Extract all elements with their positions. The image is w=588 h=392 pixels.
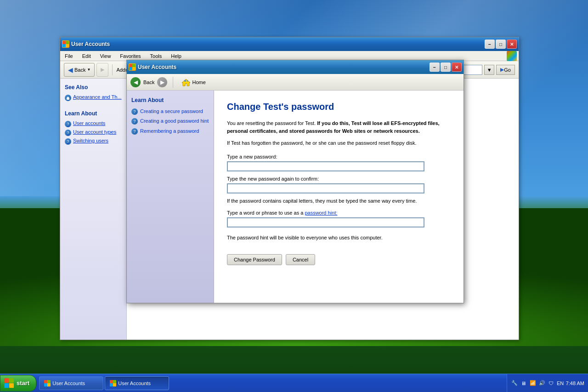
confirm-password-label: Type the new password again to confirm: xyxy=(227,176,451,182)
taskbar-items: User Accounts User Accounts xyxy=(39,374,506,392)
dialog-toolbar: ◀ Back ▶ Home xyxy=(127,74,464,91)
menu-edit[interactable]: Edit xyxy=(79,52,94,60)
creating-secure-link-icon: ? xyxy=(131,108,138,115)
dialog-window: User Accounts − □ ✕ ◀ Back ▶ Home xyxy=(126,60,464,303)
menu-tools[interactable]: Tools xyxy=(147,52,165,60)
ie-logo-icon xyxy=(507,51,517,61)
forward-arrow-icon: ▶ xyxy=(101,67,104,73)
taskbar-item-0[interactable]: User Accounts xyxy=(39,376,103,390)
creating-secure-link[interactable]: ? Creating a secure password xyxy=(131,108,209,115)
switching-users-link-label: Switching users xyxy=(73,138,108,143)
menu-favorites[interactable]: Favorites xyxy=(117,52,143,60)
learn-about-title: Learn About xyxy=(65,110,122,117)
close-button[interactable]: ✕ xyxy=(507,40,517,49)
taskbar-item-1[interactable]: User Accounts xyxy=(105,376,169,390)
learn-about-section: Learn About ? User accounts ? User accou… xyxy=(65,110,122,145)
back-label: Back xyxy=(74,67,85,73)
go-arrow-icon: ▶ xyxy=(500,67,504,73)
back-dropdown-icon[interactable]: ▼ xyxy=(87,68,90,72)
form-title: Change Test's password xyxy=(227,102,451,112)
minimize-button[interactable]: − xyxy=(485,40,495,49)
form-description: You are resetting the password for Test.… xyxy=(227,119,451,135)
user-accounts-link[interactable]: ? User accounts xyxy=(65,120,122,127)
remembering-link[interactable]: ? Remembering a password xyxy=(131,128,209,135)
main-window-title: User Accounts xyxy=(71,41,483,47)
dialog-minimize-button[interactable]: − xyxy=(430,62,440,72)
hint-label: Type a word or phrase to use as a passwo… xyxy=(227,210,451,216)
taskbar-time: 7:48 AM xyxy=(566,381,584,386)
taskbar-item-1-icon xyxy=(110,380,116,386)
start-button[interactable]: start xyxy=(0,375,36,392)
menu-view[interactable]: View xyxy=(97,52,114,60)
svg-marker-0 xyxy=(182,79,190,86)
tray-tool-icon: 🔧 xyxy=(511,380,518,387)
confirm-password-input[interactable] xyxy=(227,183,424,193)
taskbar: start User Accounts User Accounts 🔧 🖥 xyxy=(0,374,588,392)
dialog-content: Learn About ? Creating a secure password… xyxy=(127,91,464,303)
main-window-controls: − □ ✕ xyxy=(485,40,517,49)
user-account-types-link-label: User account types xyxy=(73,129,116,135)
dialog-title-text: User Accounts xyxy=(138,64,428,70)
svg-point-2 xyxy=(187,80,188,81)
tray-lang-icon: EN xyxy=(557,380,564,387)
taskbar-item-0-label: User Accounts xyxy=(52,381,85,386)
appearance-link-icon xyxy=(65,95,71,101)
dialog-forward-button[interactable]: ▶ xyxy=(157,77,167,87)
tray-volume-icon: 🔊 xyxy=(538,380,546,387)
creating-secure-link-label: Creating a secure password xyxy=(140,108,203,115)
change-password-button[interactable]: Change Password xyxy=(227,254,282,265)
dialog-xp-flag-icon xyxy=(129,64,136,70)
menu-help[interactable]: Help xyxy=(168,52,184,60)
new-password-label: Type a new password: xyxy=(227,154,451,159)
appearance-link-label: Appearance and Th... xyxy=(73,94,122,100)
form-description-pre: You are resetting the password for Test. xyxy=(227,120,316,126)
dialog-titlebar: User Accounts − □ ✕ xyxy=(127,60,464,74)
toolbar-divider xyxy=(173,77,173,88)
capital-note: If the password contains capital letters… xyxy=(227,198,451,204)
dialog-close-button[interactable]: ✕ xyxy=(452,62,462,72)
home-button[interactable]: Home xyxy=(179,77,208,87)
new-password-input[interactable] xyxy=(227,161,424,171)
switching-users-link-icon: ? xyxy=(65,138,71,145)
cancel-button[interactable]: Cancel xyxy=(286,254,315,265)
creating-good-link[interactable]: ? Creating a good password hint xyxy=(131,118,209,125)
taskbar-item-1-label: User Accounts xyxy=(118,381,151,386)
address-dropdown[interactable]: ▼ xyxy=(484,65,494,75)
user-account-types-link[interactable]: ? User account types xyxy=(65,129,122,136)
start-label: start xyxy=(17,380,29,386)
dialog-sidebar: Learn About ? Creating a secure password… xyxy=(127,91,214,303)
dialog-back-button[interactable]: ◀ xyxy=(130,77,141,87)
toolbar-separator xyxy=(112,64,113,75)
main-sidebar: See Also Appearance and Th... Learn Abou… xyxy=(60,79,127,340)
hint-input[interactable] xyxy=(227,217,424,227)
switching-users-link[interactable]: ? Switching users xyxy=(65,138,122,145)
main-window-icon xyxy=(62,40,69,48)
go-button[interactable]: ▶ Go xyxy=(496,65,515,75)
form-forgot-note: If Test has forgotten the password, he o… xyxy=(227,140,451,146)
menu-file[interactable]: File xyxy=(62,52,76,60)
desktop: User Accounts − □ ✕ File Edit View Favor… xyxy=(0,0,588,392)
creating-good-link-label: Creating a good password hint xyxy=(140,118,209,125)
hint-label-pre: Type a word or phrase to use as a xyxy=(227,210,303,216)
tray-security-icon: 🛡 xyxy=(548,380,555,387)
dialog-maximize-button[interactable]: □ xyxy=(441,62,451,72)
hint-link[interactable]: password hint: xyxy=(305,210,337,216)
back-button[interactable]: ◀ Back ▼ xyxy=(64,63,95,77)
user-accounts-link-icon: ? xyxy=(65,121,71,127)
forward-button[interactable]: ▶ xyxy=(96,63,108,77)
svg-point-1 xyxy=(184,80,186,82)
dialog-title-icon xyxy=(129,63,136,71)
appearance-link[interactable]: Appearance and Th... xyxy=(65,94,122,101)
dialog-back-label[interactable]: Back xyxy=(143,80,154,85)
form-buttons: Change Password Cancel xyxy=(227,254,451,265)
maximize-button[interactable]: □ xyxy=(496,40,506,49)
user-account-types-link-icon: ? xyxy=(65,130,71,136)
home-icon xyxy=(181,78,191,86)
dialog-sidebar-title: Learn About xyxy=(131,97,209,103)
tray-monitor-icon: 🖥 xyxy=(520,380,527,387)
home-label: Home xyxy=(192,80,205,85)
remembering-link-label: Remembering a password xyxy=(140,128,199,135)
xp-flag-icon xyxy=(62,41,69,47)
dialog-form-area: Change Test's password You are resetting… xyxy=(214,91,464,303)
dialog-controls: − □ ✕ xyxy=(430,62,462,72)
